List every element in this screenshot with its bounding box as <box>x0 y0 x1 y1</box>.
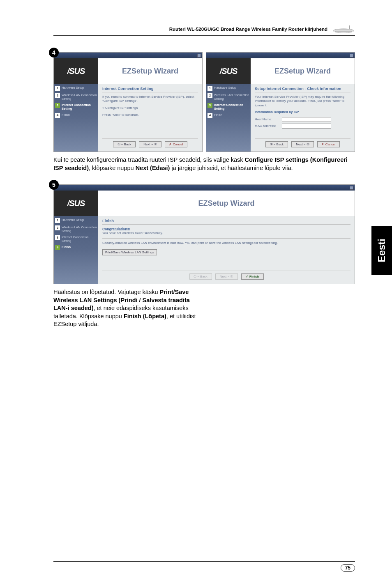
back-button[interactable]: ① « Back <box>113 141 136 147</box>
wizard-sidebar: 1Hardware Setup 2Wireless LAN Connection… <box>54 84 98 152</box>
sidebar-step-2: 2Wireless LAN Connection Setting <box>55 225 97 233</box>
sidebar-step-label: Internet Connection Setting <box>62 103 97 110</box>
panel-text: You have set wireless router successfull… <box>102 231 350 235</box>
screenshot-row-4: 4 /SUS EZSetup Wizard 1Hardware Setup 2W… <box>53 52 355 152</box>
host-name-input[interactable] <box>282 117 331 122</box>
panel-text: Your Internet Service Provider (ISP) may… <box>255 95 350 108</box>
sidebar-step-label: Internet Connection Setting <box>62 235 97 243</box>
wizard-header: /SUS EZSetup Wizard <box>54 58 202 84</box>
text-run: ja järgige juhiseid, et häälestamine lõp… <box>170 165 293 171</box>
window-titlebar <box>54 185 355 191</box>
wizard-main-panel: Internet Connection Setting If you need … <box>98 84 202 152</box>
sidebar-step-3: 3Internet Connection Setting <box>208 103 249 110</box>
mac-address-input[interactable] <box>282 124 331 129</box>
close-icon[interactable] <box>350 186 353 190</box>
congrats-text: Congratulations! <box>102 227 350 231</box>
configure-isp-radio[interactable]: ○ Configure ISP settings <box>102 106 198 110</box>
sidebar-step-label: Wireless LAN Connection Setting <box>214 93 249 101</box>
sidebar-step-3: 3Internet Connection Setting <box>55 235 97 243</box>
wizard-title: EZSetup Wizard <box>98 58 202 84</box>
asus-logo: /SUS <box>206 58 251 84</box>
language-tab: Eesti <box>371 226 392 275</box>
sidebar-step-label: Finish <box>62 245 71 250</box>
panel-title: Internet Connection Setting <box>102 86 198 92</box>
wizard-5: 5 /SUS EZSetup Wizard 1Hardware Setup 2W… <box>53 184 355 284</box>
sidebar-step-label: Wireless LAN Connection Setting <box>62 93 97 101</box>
sidebar-step-label: Wireless LAN Connection Setting <box>62 225 97 233</box>
sidebar-step-4: 4Finish <box>208 113 249 118</box>
language-label: Eesti <box>376 239 387 262</box>
next-button-disabled: Next » ② <box>215 273 238 280</box>
back-button-disabled: ① « Back <box>189 273 212 280</box>
svg-rect-2 <box>335 29 352 32</box>
router-icon <box>332 25 355 34</box>
wizard-main-panel: Setup Internet Connection - Check Inform… <box>251 84 355 152</box>
paragraph-1: Kui te peate konfigureerima traadita ruu… <box>53 156 355 172</box>
back-button[interactable]: ① « Back <box>265 141 288 147</box>
close-icon[interactable] <box>350 54 353 57</box>
page-footer: 75 <box>53 561 355 572</box>
screenshot-row-5: 5 /SUS EZSetup Wizard 1Hardware Setup 2W… <box>53 184 355 284</box>
step-badge-4: 4 <box>49 48 59 57</box>
page-number: 75 <box>341 564 355 572</box>
wizard-sidebar: 1Hardware Setup 2Wireless LAN Connection… <box>54 216 98 284</box>
panel-text: If you need to connect to Internet Servi… <box>102 95 198 103</box>
next-button[interactable]: Next » ② <box>291 141 314 147</box>
sidebar-step-label: Hardware Setup <box>62 86 84 91</box>
window-titlebar <box>206 53 355 58</box>
sidebar-step-label: Hardware Setup <box>214 86 236 91</box>
sidebar-step-2: 2Wireless LAN Connection Setting <box>55 93 97 101</box>
header-title: Ruuteri WL-520GU/GC Broad Range Wireless… <box>169 27 327 32</box>
sidebar-step-4: 4Finish <box>55 113 97 118</box>
close-icon[interactable] <box>197 54 201 57</box>
wizard-title: EZSetup Wizard <box>251 58 355 84</box>
asus-logo: /SUS <box>54 58 98 84</box>
wizard-4a: 4 /SUS EZSetup Wizard 1Hardware Setup 2W… <box>53 52 203 152</box>
panel-title: Finish <box>102 218 350 225</box>
cancel-button[interactable]: ✗ Cancel <box>165 141 187 147</box>
panel-text: Security-enabled wireless LAN environmen… <box>102 241 350 245</box>
mac-address-label: MAC Address: <box>255 124 279 128</box>
paragraph-2: Häälestus on lõpetatud. Vajutage käsku P… <box>53 288 204 328</box>
wizard-header: /SUS EZSetup Wizard <box>206 58 355 84</box>
page-header: Ruuteri WL-520GU/GC Broad Range Wireless… <box>53 25 355 36</box>
panel-title: Setup Internet Connection - Check Inform… <box>255 86 350 92</box>
sidebar-step-label: Hardware Setup <box>62 218 84 223</box>
cancel-button[interactable]: ✗ Cancel <box>317 141 340 147</box>
wizard-sidebar: 1Hardware Setup 2Wireless LAN Connection… <box>206 84 251 152</box>
sidebar-step-3: 3Internet Connection Setting <box>55 103 97 110</box>
sidebar-step-1: 1Hardware Setup <box>208 86 249 91</box>
text-bold: Next (Edasi) <box>136 165 170 171</box>
next-button[interactable]: Next » ② <box>139 141 161 147</box>
text-run: Kui te peate konfigureerima traadita ruu… <box>53 156 245 163</box>
panel-subheading: Information Required by ISP <box>255 110 350 114</box>
sidebar-step-4: 4Finish <box>55 245 97 250</box>
wizard-header: /SUS EZSetup Wizard <box>54 191 355 216</box>
wizard-4b: /SUS EZSetup Wizard 1Hardware Setup 2Wir… <box>206 52 355 152</box>
sidebar-step-1: 1Hardware Setup <box>55 86 97 91</box>
print-save-button[interactable]: Print/Save Wireless LAN Settings <box>102 249 157 255</box>
host-name-label: Host Name: <box>255 117 279 121</box>
wizard-main-panel: Finish Congratulations! You have set wir… <box>98 216 355 284</box>
asus-logo: /SUS <box>54 191 98 216</box>
sidebar-step-label: Finish <box>214 113 222 118</box>
sidebar-step-label: Internet Connection Setting <box>214 103 249 110</box>
sidebar-step-1: 1Hardware Setup <box>55 218 97 223</box>
text-run: Häälestus on lõpetatud. Vajutage käsku <box>53 289 160 295</box>
text-run: , klõpsake nuppu <box>89 165 136 171</box>
sidebar-step-2: 2Wireless LAN Connection Setting <box>208 93 249 101</box>
text-bold: Finish (Lõpeta) <box>124 313 166 319</box>
step-badge-5: 5 <box>49 180 59 190</box>
panel-text: Press "Next" to continue. <box>102 113 198 117</box>
finish-button[interactable]: ✓ Finish <box>241 273 264 280</box>
sidebar-step-label: Finish <box>62 113 70 118</box>
wizard-title: EZSetup Wizard <box>98 191 355 216</box>
window-titlebar <box>54 53 202 58</box>
